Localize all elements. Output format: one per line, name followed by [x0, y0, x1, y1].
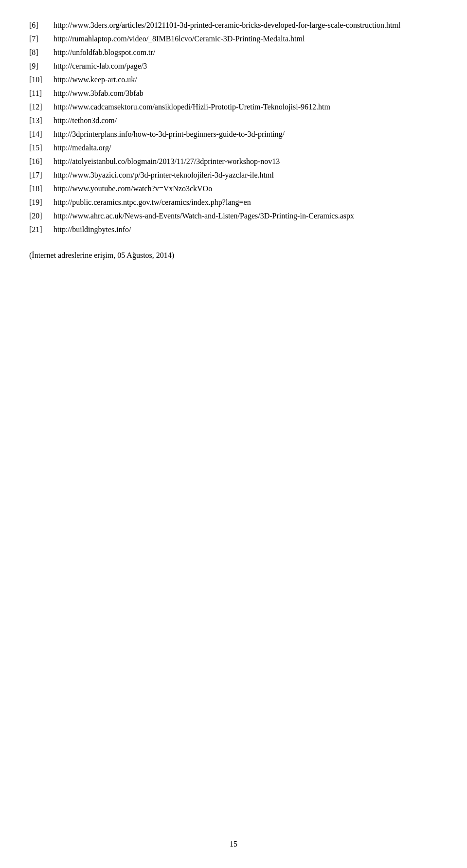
list-item: [7]http://rumahlaptop.com/video/_8IMB16l…	[29, 33, 438, 45]
ref-content: http://unfoldfab.blogspot.com.tr/	[54, 47, 438, 58]
ref-number: [11]	[29, 88, 54, 99]
list-item: [15]http://medalta.org/	[29, 142, 438, 154]
ref-content: http://www.cadcamsektoru.com/ansiklopedi…	[54, 101, 438, 113]
ref-content: http://www.3bfab.com/3bfab	[54, 88, 438, 99]
ref-number: [13]	[29, 115, 54, 127]
list-item: [9]http://ceramic-lab.com/page/3	[29, 60, 438, 72]
ref-content: http://www.ahrc.ac.uk/News-and-Events/Wa…	[54, 210, 438, 222]
list-item: [11]http://www.3bfab.com/3bfab	[29, 88, 438, 99]
list-item: [10]http://www.keep-art.co.uk/	[29, 74, 438, 86]
ref-content: http://tethon3d.com/	[54, 115, 438, 127]
list-item: [8]http://unfoldfab.blogspot.com.tr/	[29, 47, 438, 58]
ref-content: http://www.youtube.com/watch?v=VxNzo3ckV…	[54, 183, 438, 195]
list-item: [20]http://www.ahrc.ac.uk/News-and-Event…	[29, 210, 438, 222]
ref-number: [10]	[29, 74, 54, 86]
ref-content: http://3dprinterplans.info/how-to-3d-pri…	[54, 128, 438, 140]
list-item: [13]http://tethon3d.com/	[29, 115, 438, 127]
ref-number: [16]	[29, 156, 54, 167]
ref-content: http://medalta.org/	[54, 142, 438, 154]
ref-content: http://www.3ders.org/articles/20121101-3…	[54, 19, 438, 31]
list-item: [12]http://www.cadcamsektoru.com/ansiklo…	[29, 101, 438, 113]
ref-number: [12]	[29, 101, 54, 113]
page-container: [6]http://www.3ders.org/articles/2012110…	[0, 0, 467, 299]
list-item: [14]http://3dprinterplans.info/how-to-3d…	[29, 128, 438, 140]
ref-number: [15]	[29, 142, 54, 154]
footnote: (İnternet adreslerine erişim, 05 Ağustos…	[29, 251, 438, 260]
ref-number: [18]	[29, 183, 54, 195]
ref-number: [20]	[29, 210, 54, 222]
reference-list: [6]http://www.3ders.org/articles/2012110…	[29, 19, 438, 235]
ref-content: http://www.3byazici.com/p/3d-printer-tek…	[54, 169, 438, 181]
ref-number: [9]	[29, 60, 54, 72]
ref-number: [8]	[29, 47, 54, 58]
list-item: [16]http://atolyeistanbul.co/blogmain/20…	[29, 156, 438, 167]
ref-number: [17]	[29, 169, 54, 181]
ref-number: [21]	[29, 224, 54, 235]
page-number: 15	[230, 840, 237, 849]
ref-content: http://public.ceramics.ntpc.gov.tw/ceram…	[54, 197, 438, 208]
ref-number: [6]	[29, 19, 54, 31]
ref-content: http://ceramic-lab.com/page/3	[54, 60, 438, 72]
ref-number: [14]	[29, 128, 54, 140]
ref-content: http://www.keep-art.co.uk/	[54, 74, 438, 86]
list-item: [18]http://www.youtube.com/watch?v=VxNzo…	[29, 183, 438, 195]
list-item: [6]http://www.3ders.org/articles/2012110…	[29, 19, 438, 31]
ref-content: http://rumahlaptop.com/video/_8IMB16lcvo…	[54, 33, 438, 45]
list-item: [17]http://www.3byazici.com/p/3d-printer…	[29, 169, 438, 181]
ref-content: http://atolyeistanbul.co/blogmain/2013/1…	[54, 156, 438, 167]
list-item: [21]http://buildingbytes.info/	[29, 224, 438, 235]
footnote-text: (İnternet adreslerine erişim, 05 Ağustos…	[29, 251, 174, 259]
ref-content: http://buildingbytes.info/	[54, 224, 438, 235]
list-item: [19]http://public.ceramics.ntpc.gov.tw/c…	[29, 197, 438, 208]
ref-number: [19]	[29, 197, 54, 208]
ref-number: [7]	[29, 33, 54, 45]
